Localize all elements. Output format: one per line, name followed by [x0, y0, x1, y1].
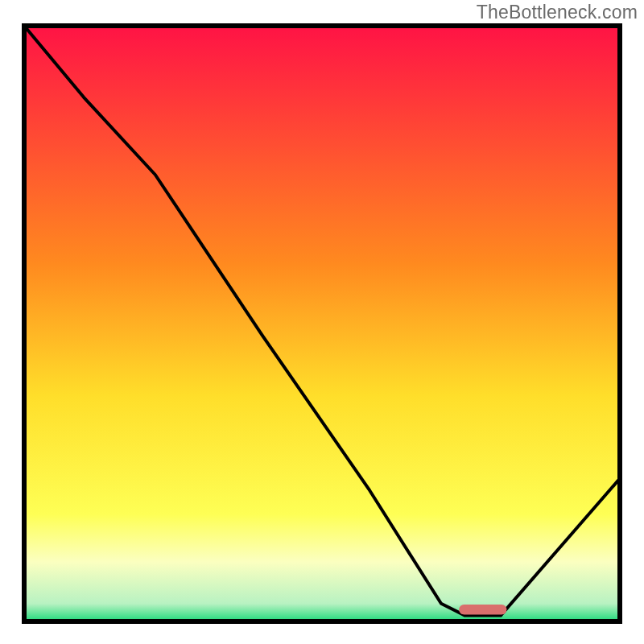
bottleneck-curve-chart — [0, 0, 644, 644]
plot-gradient-area — [24, 26, 620, 621]
optimal-range-marker — [459, 605, 506, 615]
